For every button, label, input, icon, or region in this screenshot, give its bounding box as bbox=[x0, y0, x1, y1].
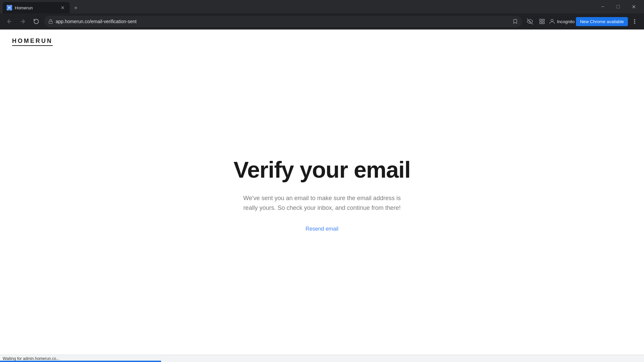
forward-button[interactable] bbox=[17, 16, 28, 27]
nav-actions: Incognito New Chrome available bbox=[525, 16, 640, 27]
incognito-icon bbox=[549, 18, 555, 25]
svg-point-11 bbox=[634, 23, 635, 23]
eye-off-icon[interactable] bbox=[525, 16, 535, 27]
close-button[interactable]: ✕ bbox=[626, 1, 641, 12]
svg-rect-2 bbox=[49, 21, 53, 23]
verify-title: Verify your email bbox=[233, 157, 410, 183]
svg-point-10 bbox=[634, 21, 635, 22]
svg-rect-5 bbox=[543, 19, 544, 21]
minimize-button[interactable]: − bbox=[595, 1, 610, 12]
svg-rect-7 bbox=[540, 22, 542, 24]
extensions-icon[interactable] bbox=[537, 16, 547, 27]
status-bar: Waiting for admin.homerun.co... bbox=[0, 355, 644, 362]
nav-bar: app.homerun.co/email-verification-sent bbox=[0, 13, 644, 29]
address-bar[interactable]: app.homerun.co/email-verification-sent bbox=[44, 16, 522, 27]
reload-button[interactable] bbox=[31, 16, 42, 27]
url-text: app.homerun.co/email-verification-sent bbox=[56, 19, 510, 24]
tab-close-button[interactable]: ✕ bbox=[60, 5, 66, 11]
page-content: HOMERUN Verify your email We've sent you… bbox=[0, 29, 644, 362]
svg-point-8 bbox=[551, 19, 553, 21]
tab-favicon: H bbox=[7, 5, 12, 10]
lock-icon bbox=[48, 19, 53, 24]
status-text: Waiting for admin.homerun.co... bbox=[3, 356, 60, 361]
window-controls: − □ ✕ bbox=[595, 1, 641, 12]
verify-description: We've sent you an email to make sure the… bbox=[238, 193, 406, 213]
resend-email-link[interactable]: Resend email bbox=[306, 226, 338, 232]
svg-rect-4 bbox=[540, 19, 542, 21]
svg-rect-6 bbox=[543, 22, 544, 24]
incognito-indicator: Incognito bbox=[549, 18, 575, 25]
chrome-update-button[interactable]: New Chrome available bbox=[576, 17, 628, 26]
bookmark-icon[interactable] bbox=[513, 19, 518, 24]
active-tab[interactable]: H Homerun ✕ bbox=[3, 2, 70, 13]
new-tab-button[interactable]: + bbox=[71, 3, 80, 13]
main-content: Verify your email We've sent you an emai… bbox=[0, 34, 644, 355]
browser-frame: H Homerun ✕ + − □ ✕ bbox=[0, 0, 644, 362]
tab-bar: H Homerun ✕ + − □ ✕ bbox=[0, 0, 644, 13]
maximize-button[interactable]: □ bbox=[610, 1, 626, 12]
back-button[interactable] bbox=[4, 16, 15, 27]
status-progress-bar bbox=[0, 361, 161, 362]
tab-title: Homerun bbox=[15, 5, 57, 10]
svg-point-9 bbox=[634, 19, 635, 20]
menu-button[interactable] bbox=[629, 16, 640, 27]
svg-text:H: H bbox=[8, 6, 10, 10]
